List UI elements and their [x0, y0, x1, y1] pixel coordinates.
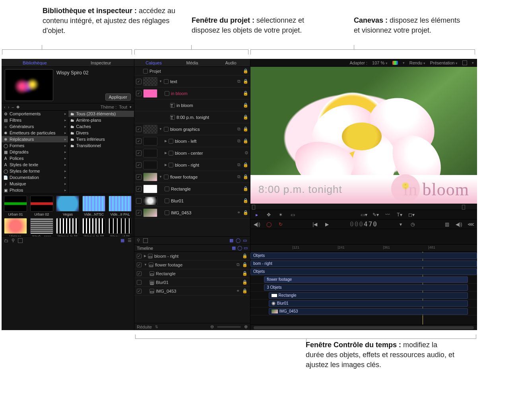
timeline-row-list[interactable]: ▶▭bloom - right🔒▼▭flower footage⧉🔒▭Recta…	[134, 252, 250, 323]
visibility-checkbox[interactable]	[136, 138, 142, 144]
new-folder-icon[interactable]	[18, 238, 23, 243]
list-view-icon[interactable]: ☰	[128, 238, 132, 243]
panel-toggle-icon[interactable]	[143, 238, 148, 243]
timeline-track[interactable]: Rectangle	[250, 292, 477, 299]
timeline-clip[interactable]: Rectangle	[269, 292, 468, 299]
link-icon[interactable]: ⧉	[237, 162, 241, 167]
library-thumb[interactable]: Vide...NTSC	[81, 196, 106, 216]
lock-icon[interactable]: 🔒	[242, 288, 248, 294]
folder-icon[interactable]: 🗀	[4, 238, 8, 243]
link-icon[interactable]: ⚭	[237, 210, 241, 215]
disclosure-icon[interactable]: ▶	[165, 163, 167, 167]
mask-indicator-icon[interactable]: ▩	[229, 238, 234, 243]
subcategory-item[interactable]: 🖿Tiers inférieurs	[68, 136, 134, 142]
disclosure-icon[interactable]: ▶	[165, 139, 167, 143]
visibility-checkbox[interactable]	[136, 162, 142, 168]
category-item[interactable]: ▣Contenu▸	[2, 193, 68, 194]
category-item[interactable]: ☼Générateurs▸	[2, 123, 68, 130]
audio-icon[interactable]: ◀))	[254, 221, 260, 228]
out-point-marker[interactable]	[462, 205, 465, 210]
timeline-track[interactable]: Objets	[250, 268, 477, 276]
library-thumbnail-grid[interactable]: Urban 01Urban 02VegasVide...NTSCVide...I…	[2, 194, 134, 236]
library-thumb[interactable]: Vide...II PAL	[108, 196, 132, 216]
disclosure-icon[interactable]: ▼	[159, 80, 162, 83]
layer-row[interactable]: in bloom🔒	[134, 88, 250, 99]
zoom-slider[interactable]	[217, 326, 241, 328]
behavior-indicator-icon[interactable]: ◯	[235, 238, 241, 243]
viewport-layout-icon[interactable]	[462, 60, 467, 65]
filter-indicator-icon[interactable]: ▭	[244, 245, 248, 251]
lock-icon[interactable]: 🔒	[243, 186, 248, 191]
timeline-track-panel[interactable]: |121|241|361|481 Objetsbom - rightObjets…	[250, 245, 477, 330]
link-icon[interactable]: ⧉	[237, 138, 241, 144]
layer-row[interactable]: ▶bloom - left⧉🔒	[134, 135, 250, 147]
timeline-row[interactable]: ▥Blur01🔒	[134, 278, 250, 287]
disclosure-icon[interactable]: ▼	[159, 175, 162, 179]
category-item[interactable]: 📄Documentation▸	[2, 174, 68, 181]
visibility-checkbox[interactable]	[137, 280, 142, 285]
lock-icon[interactable]: 🔒	[243, 126, 248, 132]
view-menu[interactable]: Présentation	[430, 60, 458, 65]
layer-row[interactable]: ▼bloom graphics⧉🔒	[134, 123, 250, 135]
lock-icon[interactable]: 🔒	[242, 262, 248, 267]
subcategory-item[interactable]: 🖿Tous (203 éléments)	[68, 111, 134, 117]
pen-tool-icon[interactable]: ✎▾	[372, 212, 379, 218]
library-thumb[interactable]: Urban 02	[29, 196, 54, 216]
category-item[interactable]: ▤Filtres▸	[2, 117, 68, 123]
subcategory-item[interactable]: 🖿Caches	[68, 123, 134, 130]
timeline-scrollbar[interactable]	[250, 325, 477, 330]
lock-icon[interactable]: 🔒	[243, 68, 248, 74]
layer-row[interactable]: Blur01🔒	[134, 195, 250, 207]
timeline-row[interactable]: ▶▭bloom - right🔒	[134, 252, 250, 261]
disclosure-icon[interactable]: ▼	[159, 127, 162, 131]
layer-row[interactable]: Tin bloom🔒	[134, 99, 250, 111]
link-icon[interactable]: ⧉	[237, 174, 241, 179]
visibility-checkbox[interactable]	[136, 150, 142, 156]
timeline-track[interactable]: Blur01	[250, 299, 477, 307]
zoom-value[interactable]: 107 %	[372, 60, 388, 65]
go-start-icon[interactable]: |◀	[312, 221, 318, 228]
grid-view-icon[interactable]: ▦	[120, 238, 124, 243]
library-thumb[interactable]: Vintage	[3, 218, 28, 236]
mask-tool-icon[interactable]: ◻▾	[408, 212, 415, 218]
visibility-checkbox[interactable]	[137, 271, 142, 276]
layer-row[interactable]: ▼flower footage⧉🔒	[134, 171, 250, 183]
project-root-row[interactable]: Projet 🔒	[134, 67, 250, 76]
timeline-clip[interactable]: Objets	[250, 253, 477, 259]
apply-button[interactable]: Appliquer	[105, 93, 131, 101]
layer-row[interactable]: ▶bloom - right⧉🔒	[134, 159, 250, 171]
nav-history-icon[interactable]: ◆	[16, 104, 19, 109]
category-item[interactable]: ◯Formes▸	[2, 142, 68, 149]
library-thumb[interactable]: Weave In 02	[81, 218, 106, 236]
timeline-clip[interactable]: bom - right	[250, 261, 477, 267]
disclosure-icon[interactable]: ▶	[144, 254, 146, 258]
category-item[interactable]: ⚙Comportements▸	[2, 111, 68, 117]
visibility-checkbox[interactable]	[137, 262, 142, 267]
layer-row[interactable]: ▼text⧉🔒	[134, 76, 250, 88]
play-icon[interactable]: ▶	[324, 221, 330, 228]
layer-row[interactable]: Rectangle🔒	[134, 183, 250, 195]
timeline-row[interactable]: ▭IMG_0453⚭🔒	[134, 287, 250, 296]
loop-icon[interactable]: ↻	[277, 221, 284, 228]
lock-icon[interactable]: 🔒	[243, 198, 248, 203]
link-icon[interactable]: ⧉	[237, 126, 241, 132]
visibility-checkbox[interactable]	[136, 91, 142, 96]
timeline-clip[interactable]: Blur01	[269, 300, 468, 307]
paint-tool-icon[interactable]: 〰	[384, 212, 391, 218]
lock-icon[interactable]: 🔒	[243, 138, 248, 144]
lock-icon[interactable]: 🔒	[242, 253, 248, 259]
timeline-clip[interactable]: flower footage	[264, 276, 468, 283]
tab-layers[interactable]: Calques	[134, 59, 173, 66]
tab-audio[interactable]: Audio	[211, 59, 250, 66]
library-thumb[interactable]: Weav...ut 01	[108, 218, 132, 236]
lock-icon[interactable]: 🔒	[243, 91, 248, 96]
tab-media[interactable]: Média	[173, 59, 211, 66]
keyframe-editor-icon[interactable]: ▥	[444, 221, 450, 228]
clock-icon[interactable]: ◷	[409, 221, 416, 228]
visibility-checkbox[interactable]	[136, 174, 142, 180]
zoom-out-icon[interactable]: ⊖	[210, 324, 214, 329]
subcategory-list[interactable]: 🖿Tous (203 éléments)🖿Arrière-plans🖿Cache…	[68, 111, 134, 194]
filter-indicator-icon[interactable]: ▭	[242, 238, 248, 243]
library-thumb[interactable]: Weave In 01	[56, 218, 80, 236]
timeline-clip[interactable]: Objets	[250, 268, 477, 275]
